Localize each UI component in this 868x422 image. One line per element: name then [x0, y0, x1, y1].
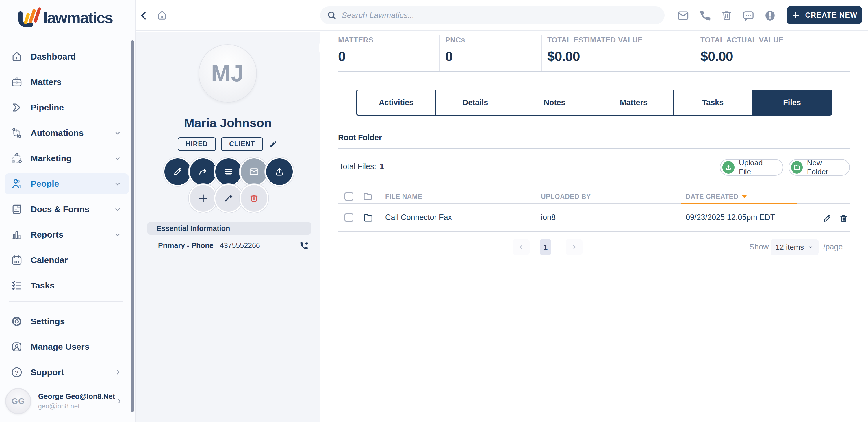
sidebar-scrollbar[interactable]: [131, 40, 134, 412]
notes-list-button[interactable]: [215, 158, 242, 185]
upload-file-button[interactable]: Upload File: [720, 159, 783, 176]
column-header-uploaded-by[interactable]: UPLOADED BY: [541, 193, 591, 201]
folder-icon: [791, 161, 803, 174]
chevron-down-icon: [113, 154, 122, 163]
sidebar-item-automations[interactable]: Automations: [5, 123, 129, 143]
user-profile[interactable]: GG George Geo@Ion8.Net geo@ion8.net: [5, 387, 131, 416]
pagination-prev-button[interactable]: [513, 239, 530, 255]
new-folder-button[interactable]: New Folder: [788, 159, 850, 176]
export-contact-button[interactable]: [266, 158, 293, 185]
automation-icon: [10, 127, 23, 139]
pagination-page-1[interactable]: 1: [540, 239, 551, 255]
lawmatics-logo[interactable]: lawmatics: [16, 6, 113, 28]
tab-tasks[interactable]: Tasks: [674, 90, 753, 115]
home-breadcrumb-icon[interactable]: [156, 9, 168, 21]
sorted-column-indicator: [681, 203, 797, 204]
share-nodes-icon: [10, 152, 23, 165]
sidebar-item-label: Docs & Forms: [31, 204, 89, 214]
merge-button[interactable]: [215, 185, 242, 212]
stat-divider: [439, 35, 440, 72]
status-badge-hired[interactable]: HIRED: [178, 137, 216, 151]
merge-icon: [223, 193, 234, 204]
phone-row: Primary - Phone 4375552266: [147, 238, 311, 252]
sidebar-item-tasks[interactable]: Tasks: [5, 275, 129, 296]
sidebar: lawmatics Dashboard Matters Pipeline Aut…: [0, 0, 136, 422]
gear-icon: [10, 315, 23, 328]
sidebar-item-docs-forms[interactable]: Docs & Forms: [5, 199, 129, 220]
edit-file-pencil-icon[interactable]: [822, 214, 832, 223]
chat-icon[interactable]: [742, 9, 755, 22]
total-files-label: Total Files:: [339, 162, 376, 171]
page-size-value: 12 items: [776, 243, 804, 252]
table-row-border: [338, 231, 849, 232]
essential-information-header: Essential Information: [147, 222, 311, 235]
rows-icon: [223, 166, 234, 177]
chevron-right-icon: [116, 397, 123, 405]
uploaded-by: ion8: [541, 213, 556, 222]
sidebar-item-settings[interactable]: Settings: [5, 311, 129, 332]
tab-files[interactable]: Files: [753, 90, 831, 115]
chevron-left-icon: [518, 243, 525, 251]
chevron-down-icon: [807, 244, 814, 250]
delete-file-trash-icon[interactable]: [839, 214, 849, 223]
phone-icon[interactable]: [699, 9, 711, 22]
edit-contact-button[interactable]: [164, 158, 191, 185]
column-header-date-created[interactable]: DATE CREATED: [686, 193, 747, 201]
upload-file-label: Upload File: [739, 158, 775, 176]
home-icon: [10, 50, 23, 63]
share-contact-button[interactable]: [190, 158, 216, 185]
select-all-checkbox[interactable]: [344, 192, 353, 201]
folder-divider-rule: [338, 148, 849, 149]
alert-icon[interactable]: [764, 9, 776, 22]
tab-matters[interactable]: Matters: [594, 90, 674, 115]
tab-notes[interactable]: Notes: [515, 90, 594, 115]
phone-label: Primary - Phone: [158, 241, 214, 250]
svg-text:?: ?: [15, 369, 19, 376]
contact-name: Maria Johnson: [136, 116, 320, 130]
chevron-down-icon: [113, 205, 122, 214]
create-new-label: CREATE NEW: [805, 11, 857, 19]
mail-icon: [248, 166, 259, 177]
pagination-next-button[interactable]: [566, 239, 583, 255]
trash-icon[interactable]: [720, 9, 733, 22]
search-input[interactable]: [342, 11, 645, 20]
edit-badges-pencil-icon[interactable]: [268, 139, 278, 149]
sidebar-item-manage-users[interactable]: Manage Users: [5, 336, 129, 357]
plus-icon: [197, 192, 209, 204]
pipeline-icon: [10, 101, 23, 114]
page-size-select[interactable]: 12 items: [771, 239, 818, 255]
add-button[interactable]: [190, 185, 216, 212]
sidebar-item-pipeline[interactable]: Pipeline: [5, 97, 129, 118]
sidebar-item-support[interactable]: ? Support: [5, 362, 129, 383]
row-checkbox[interactable]: [344, 213, 353, 222]
email-contact-button[interactable]: [241, 158, 267, 185]
folder-icon: [363, 212, 374, 223]
delete-contact-button[interactable]: [241, 185, 267, 212]
sidebar-item-dashboard[interactable]: Dashboard: [5, 46, 129, 67]
sidebar-item-calendar[interactable]: Calendar: [5, 250, 129, 271]
file-name[interactable]: Call Connector Fax: [385, 213, 452, 222]
upload-icon: [722, 161, 735, 174]
tab-activities[interactable]: Activities: [357, 90, 436, 115]
main-content: MATTERS 0 PNCs 0 TOTAL ESTIMATED VALUE $…: [320, 31, 868, 422]
stat-actual-value: $0.00: [701, 48, 733, 64]
sidebar-item-reports[interactable]: Reports: [5, 224, 129, 245]
tab-details[interactable]: Details: [436, 90, 515, 115]
create-new-button[interactable]: CREATE NEW: [787, 6, 862, 24]
briefcase-icon: [10, 76, 23, 88]
chevron-down-icon: [113, 230, 122, 239]
document-icon: [10, 203, 23, 216]
contact-avatar[interactable]: MJ: [198, 44, 257, 102]
stat-matters-label: MATTERS: [338, 36, 373, 44]
column-header-file-name[interactable]: FILE NAME: [385, 193, 422, 201]
sidebar-item-people[interactable]: People: [5, 174, 129, 194]
contact-tabs: Activities Details Notes Matters Tasks F…: [356, 90, 832, 116]
mail-icon[interactable]: [677, 9, 689, 22]
checklist-icon: [10, 279, 23, 292]
sidebar-item-matters[interactable]: Matters: [5, 72, 129, 92]
status-badge-client[interactable]: CLIENT: [221, 137, 263, 151]
sidebar-item-marketing[interactable]: Marketing: [5, 148, 129, 169]
per-page-label: /page: [823, 242, 843, 251]
call-phone-icon[interactable]: [299, 240, 309, 250]
collapse-sidebar-icon[interactable]: [138, 10, 150, 21]
